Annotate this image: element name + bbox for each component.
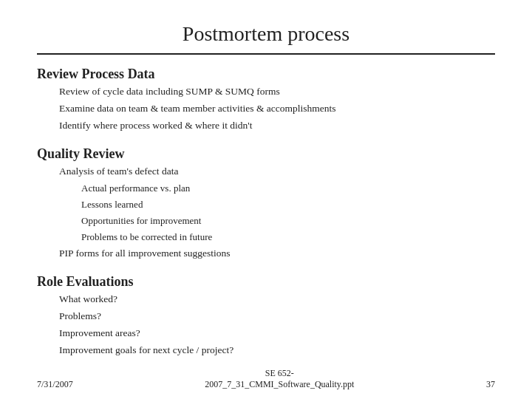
- item-problems: Problems?: [37, 308, 495, 325]
- item-opportunities-improvement: Opportunities for improvement: [37, 213, 495, 229]
- slide: Postmortem process Review Process Data R…: [0, 0, 532, 399]
- item-improvement-areas: Improvement areas?: [37, 325, 495, 342]
- item-actual-performance: Actual performance vs. plan: [37, 180, 495, 197]
- item-improvement-goals: Improvement goals for next cycle / proje…: [37, 342, 495, 359]
- item-identify-process: Identify where process worked & where it…: [37, 117, 495, 134]
- slide-title: Postmortem process: [37, 22, 495, 46]
- section-header-review-process-data: Review Process Data: [37, 66, 495, 82]
- section-review-process-data: Review Process Data Review of cycle data…: [37, 66, 495, 134]
- section-quality-review: Quality Review Analysis of team's defect…: [37, 146, 495, 262]
- section-role-evaluations: Role Evaluations What worked? Problems? …: [37, 274, 495, 359]
- footer-page-number: 37: [486, 379, 495, 390]
- item-review-cycle-data: Review of cycle data including SUMP & SU…: [37, 83, 495, 100]
- slide-content: Review Process Data Review of cycle data…: [37, 66, 495, 362]
- item-problems-corrected: Problems to be corrected in future: [37, 229, 495, 245]
- footer-date: 7/31/2007: [37, 379, 73, 390]
- item-what-worked: What worked?: [37, 291, 495, 308]
- footer-filename: SE 652-2007_7_31_CMMI_Software_Quality.p…: [73, 368, 486, 390]
- slide-footer: 7/31/2007 SE 652-2007_7_31_CMMI_Software…: [37, 362, 495, 390]
- item-examine-data: Examine data on team & team member activ…: [37, 100, 495, 117]
- item-pip-forms: PIP forms for all improvement suggestion…: [37, 245, 495, 262]
- item-lessons-learned: Lessons learned: [37, 197, 495, 213]
- section-header-quality-review: Quality Review: [37, 146, 495, 162]
- title-divider: [37, 53, 495, 55]
- section-header-role-evaluations: Role Evaluations: [37, 274, 495, 290]
- item-analysis-defect-data: Analysis of team's defect data: [37, 163, 495, 180]
